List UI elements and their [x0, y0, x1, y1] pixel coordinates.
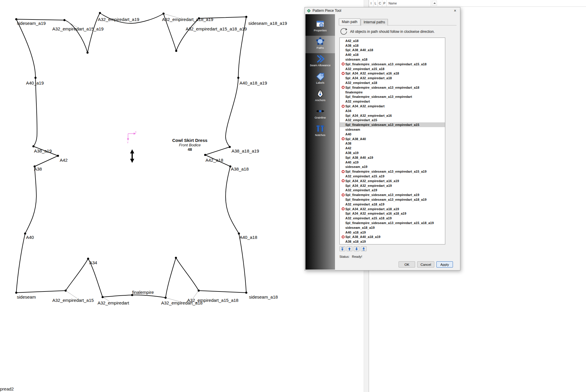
column-header-p[interactable]: P	[382, 0, 387, 7]
move-down-button[interactable]	[354, 246, 360, 251]
dialog-titlebar[interactable]: Pattern Piece Tool ×	[305, 7, 460, 14]
tab-internal-paths[interactable]: Internal paths	[361, 19, 388, 26]
path-list-item[interactable]: Spl_A34_A32_empiredart_a16	[340, 113, 445, 118]
path-list-item[interactable]: Spl_A34_A32_empiredart_a16_a18_a19	[340, 211, 445, 216]
sidebar-item-grainline[interactable]: Grainline	[305, 106, 335, 123]
ok-button[interactable]: OK	[399, 261, 415, 268]
path-list-item[interactable]: Spl_A38_A40	[340, 137, 445, 141]
path-list-item[interactable]: A32_empiredart_a19	[340, 188, 445, 193]
path-list-item[interactable]: A32_empiredart_a18_a19	[340, 202, 445, 207]
path-list-item[interactable]: Spl_finalempire_sideseam_a13_empiredart_…	[340, 122, 445, 127]
path-list-item[interactable]: A42	[340, 146, 445, 150]
pattern-point[interactable]	[15, 18, 17, 20]
tab-main-path[interactable]: Main path	[339, 18, 360, 25]
path-list-item[interactable]: Spl_finalempire_sideseam_a13_empiredart_…	[340, 169, 445, 174]
sidebar-item-notches[interactable]: Notches	[305, 123, 335, 140]
scroll-up-button[interactable]	[432, 1, 437, 6]
path-list-item[interactable]: A32_empiredart_a15_a19	[340, 174, 445, 179]
pattern-point[interactable]	[15, 292, 17, 294]
close-button[interactable]: ×	[451, 8, 459, 14]
pattern-point[interactable]	[65, 290, 67, 292]
path-list-item[interactable]: Spl_finalempire_sideseam_a13_empiredart_…	[340, 192, 445, 197]
sidebar-item-seam-allowance[interactable]: Seam Allowance	[305, 53, 335, 71]
apply-button[interactable]: Apply	[436, 261, 453, 268]
pattern-point[interactable]	[175, 257, 177, 259]
column-header-i[interactable]: I	[369, 0, 373, 7]
path-list-item[interactable]: Spl_finalempire_sideseam_a13_empiredart_…	[340, 221, 445, 225]
path-list-item[interactable]: A40_a19	[340, 160, 445, 165]
path-list-item[interactable]: A32_empiredart_a18	[340, 80, 445, 85]
pattern-point[interactable]	[204, 154, 206, 156]
pattern-point[interactable]	[87, 52, 89, 54]
move-bottom-button[interactable]	[361, 246, 367, 251]
move-up-button[interactable]	[347, 246, 352, 251]
move-top-button[interactable]	[339, 246, 345, 251]
path-list-item[interactable]: finalempire	[340, 90, 445, 95]
path-list-item[interactable]: Spl_finalempire_sideseam_a13_empiredart_…	[340, 85, 445, 90]
column-header-name[interactable]: Name	[387, 0, 431, 7]
sheet-tab-label[interactable]: pread2	[0, 386, 14, 391]
path-list-item[interactable]: A42_a18	[340, 38, 445, 43]
path-list-item[interactable]: Spl_A34_A32_empiredart_a18_a19	[340, 207, 445, 211]
path-list-item[interactable]: Spl_A34_A32_empiredart_a16_a19	[340, 179, 445, 183]
piece-label-block[interactable]: Cowl Skirt Dress Front Bodice 48	[165, 138, 215, 152]
pattern-point[interactable]	[102, 296, 104, 298]
curve-icon	[341, 235, 345, 239]
pattern-point[interactable]	[245, 16, 247, 18]
pattern-point[interactable]	[229, 146, 231, 148]
path-list-item[interactable]: Spl_finalempire_sideseam_a13_empiredart_…	[340, 62, 445, 67]
path-list-item[interactable]: Spl_A34_A32_empiredart_a16_a18	[340, 71, 445, 76]
pattern-point[interactable]	[57, 155, 59, 157]
path-list-item[interactable]: A32_empiredart_a15	[340, 118, 445, 123]
path-list-item[interactable]: Spl_A34_A32_empiredart_a18	[340, 76, 445, 80]
pattern-point[interactable]	[87, 258, 89, 260]
column-header-c[interactable]: C	[378, 0, 382, 7]
pattern-point[interactable]	[198, 290, 200, 292]
path-list-item[interactable]: sideseam_a18	[340, 57, 445, 62]
path-list-item[interactable]: A40_a18	[340, 52, 445, 57]
path-list-item[interactable]: A38_a19	[340, 150, 445, 155]
sidebar-item-properties[interactable]: Properties	[305, 18, 335, 36]
pattern-point[interactable]	[165, 297, 167, 299]
path-list-item[interactable]: Spl_A34_A32_empiredart_a19	[340, 183, 445, 188]
pattern-point[interactable]	[175, 50, 177, 52]
pattern-point[interactable]	[245, 292, 247, 294]
path-list-item[interactable]: Spl_A38_A40_a18	[340, 48, 445, 53]
path-list-item[interactable]: A32_empiredart_a15_a18	[340, 67, 445, 71]
pattern-piece-outline[interactable]	[16, 13, 246, 298]
pattern-point[interactable]	[237, 77, 239, 79]
pattern-point[interactable]	[163, 13, 165, 15]
sidebar-item-paths[interactable]: Paths	[305, 36, 335, 53]
main-path-list[interactable]: A42_a18A38_a18Spl_A38_A40_a18A40_a18side…	[339, 38, 445, 244]
sidebar-item-labels[interactable]: Labels	[305, 71, 335, 88]
pattern-point[interactable]	[24, 233, 26, 235]
pattern-point[interactable]	[64, 19, 66, 21]
path-list-item[interactable]: Spl_finalempire_sideseam_a13_empiredart	[340, 95, 445, 99]
path-list-item[interactable]: sideseam_a18_a19	[340, 225, 445, 230]
seam-allowance-icon	[316, 54, 325, 63]
path-list-item[interactable]: A32_empiredart_a15_a18_a19	[340, 216, 445, 221]
path-list-item[interactable]: A38_a18	[340, 43, 445, 48]
path-item-label: A32_empiredart_a15_a19	[345, 174, 384, 178]
pattern-point[interactable]	[33, 145, 35, 148]
grainline-icon[interactable]	[130, 149, 134, 163]
column-header-l[interactable]: L	[373, 0, 378, 7]
cancel-button[interactable]: Cancel	[417, 261, 434, 268]
path-list-item[interactable]: A32_empiredart	[340, 99, 445, 104]
path-list-item[interactable]: A34	[340, 108, 445, 113]
path-list-item[interactable]: Spl_A38_A40_a18_a19	[340, 234, 445, 239]
path-list-item[interactable]: Spl_A34_A32_empiredart	[340, 104, 445, 108]
path-list-item[interactable]: A40	[340, 132, 445, 137]
path-list-item[interactable]: Spl_finalempire_sideseam_a13_empiredart_…	[340, 197, 445, 202]
curve-icon	[341, 207, 345, 210]
pattern-point[interactable]	[99, 12, 101, 14]
path-list-item[interactable]: A40_a18_a19	[340, 230, 445, 235]
path-list-item[interactable]: A38_a18_a19	[340, 239, 445, 244]
path-list-item[interactable]: Spl_A38_A40_a19	[340, 155, 445, 160]
pattern-point[interactable]	[35, 77, 37, 79]
path-list-item[interactable]: sideseam_a19	[340, 165, 445, 169]
path-list-item[interactable]: sideseam	[340, 127, 445, 132]
path-list-item[interactable]: A38	[340, 141, 445, 146]
sidebar-item-anchors[interactable]: Anchors	[305, 88, 335, 106]
pattern-point[interactable]	[238, 233, 240, 235]
